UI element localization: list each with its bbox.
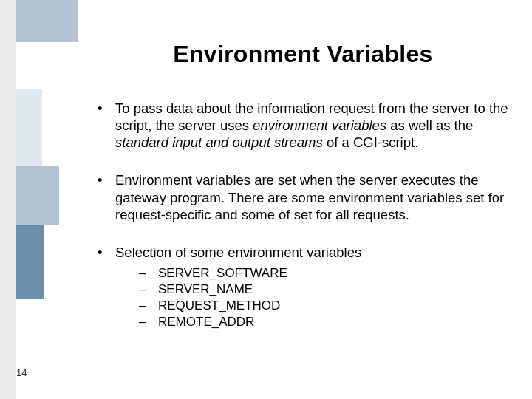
sub-bullet-item: – SERVER_NAME (139, 282, 517, 298)
slide-body: • To pass data about the information req… (95, 100, 517, 330)
text-emphasis: standard input and output streams (115, 134, 323, 150)
decorative-sidebar: 14 (0, 0, 78, 399)
sidebar-block-c (16, 225, 44, 299)
bullet-item: • Environment variables are set when the… (95, 171, 517, 222)
sidebar-block-b (16, 166, 59, 225)
slide-title: Environment Variables (96, 41, 510, 68)
sidebar-block-top (16, 0, 78, 42)
bullet-marker: • (95, 100, 115, 151)
sub-bullet-marker: – (139, 282, 158, 298)
bullet-marker: • (95, 244, 115, 261)
bullet-text: To pass data about the information reque… (115, 100, 517, 151)
bullet-marker: • (95, 171, 115, 222)
sub-bullet-marker: – (139, 298, 158, 314)
text-run: of a CGI-script. (323, 134, 419, 150)
sub-bullet-text: REMOTE_ADDR (158, 314, 517, 330)
bullet-item: • Selection of some environment variable… (95, 244, 517, 261)
sub-bullet-text: SERVER_SOFTWARE (158, 265, 517, 282)
bullet-text: Environment variables are set when the s… (115, 171, 517, 222)
sub-bullet-item: – REQUEST_METHOD (139, 298, 517, 314)
sub-bullet-text: REQUEST_METHOD (158, 298, 517, 314)
bullet-item: • To pass data about the information req… (95, 100, 517, 151)
sub-list: – SERVER_SOFTWARE – SERVER_NAME – REQUES… (139, 265, 517, 330)
bullet-text: Selection of some environment variables (115, 244, 517, 261)
sub-bullet-marker: – (139, 314, 158, 330)
sidebar-strip (0, 0, 16, 399)
sub-bullet-item: – SERVER_SOFTWARE (139, 265, 517, 282)
text-run: as well as the (386, 117, 473, 133)
text-emphasis: environment variables (253, 117, 386, 133)
sidebar-block-a (16, 89, 42, 166)
page-number: 14 (16, 367, 27, 378)
sub-bullet-text: SERVER_NAME (158, 282, 517, 298)
sub-bullet-item: – REMOTE_ADDR (139, 314, 517, 330)
sub-bullet-marker: – (139, 265, 158, 282)
